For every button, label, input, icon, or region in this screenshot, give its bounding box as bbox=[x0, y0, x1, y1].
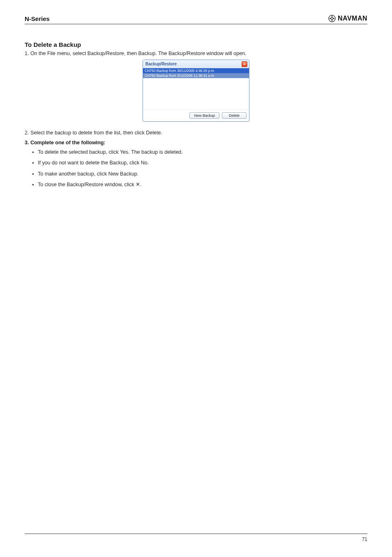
bullet-text: To delete the selected backup, click Yes… bbox=[38, 149, 183, 155]
dialog-button-row: New Backup Delete bbox=[143, 109, 249, 121]
list-item[interactable]: CN750 Backup from 30/11/2005 4:46:29 p.m… bbox=[143, 68, 249, 73]
list-item[interactable]: CN750 Backup from 2/12/2005 11:38:41 a.m… bbox=[143, 73, 249, 78]
step-2-text: 2. Select the backup to delete from the … bbox=[25, 129, 162, 137]
brand-text: NAVMAN bbox=[338, 15, 367, 22]
backup-list[interactable]: CN750 Backup from 30/11/2005 4:46:29 p.m… bbox=[143, 68, 249, 109]
step-1-text: 1. On the File menu, select Backup/Resto… bbox=[25, 50, 247, 58]
bullet-text: If you do not want to delete the Backup,… bbox=[38, 159, 149, 166]
product-line: N-Series bbox=[25, 15, 50, 22]
bullet-list: ▪To delete the selected backup, click Ye… bbox=[32, 149, 183, 192]
bullet-icon: ▪ bbox=[32, 181, 35, 188]
brand-icon bbox=[328, 15, 336, 22]
bullet-text: To make another backup, click New Backup… bbox=[38, 171, 138, 177]
page-number: 71 bbox=[362, 536, 367, 542]
bullet-text: To close the Backup/Restore window, clic… bbox=[38, 181, 142, 188]
dialog-titlebar: Backup/Restore × bbox=[143, 60, 249, 68]
bullet-icon: ▪ bbox=[32, 171, 35, 177]
section-heading: To Delete a Backup bbox=[25, 41, 81, 48]
page-footer: 71 bbox=[25, 534, 367, 542]
new-backup-button[interactable]: New Backup bbox=[189, 112, 219, 119]
dialog-title: Backup/Restore bbox=[145, 62, 177, 66]
bullet-icon: ▪ bbox=[32, 159, 35, 166]
page-header: N-Series NAVMAN bbox=[25, 15, 367, 24]
step-3-heading: 3. Complete one of the following: bbox=[25, 140, 106, 146]
bullet-icon: ▪ bbox=[32, 149, 35, 155]
brand-logo: NAVMAN bbox=[328, 15, 367, 22]
backup-restore-dialog: Backup/Restore × CN750 Backup from 30/11… bbox=[143, 60, 249, 122]
delete-button[interactable]: Delete bbox=[222, 112, 247, 119]
close-icon[interactable]: × bbox=[242, 61, 247, 67]
